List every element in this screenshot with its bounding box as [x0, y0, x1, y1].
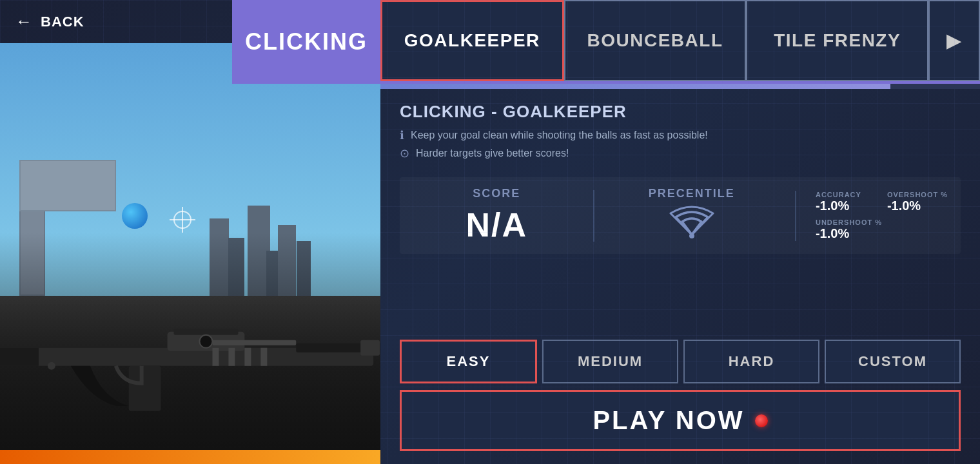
- game-title: CLICKING - GOALKEEPER: [400, 102, 961, 122]
- undershoot-label: UNDERSHOOT %: [816, 218, 882, 226]
- play-now-red-dot: [755, 414, 768, 427]
- svg-rect-9: [360, 340, 380, 356]
- game-preview: [0, 43, 380, 464]
- weapon-svg: [0, 271, 380, 464]
- svg-point-4: [199, 335, 212, 348]
- overshoot-value: -1.0%: [887, 198, 921, 213]
- svg-rect-10: [212, 348, 219, 366]
- svg-point-14: [48, 362, 55, 370]
- desc-line-1: ℹ Keep your goal clean while shooting th…: [400, 128, 961, 142]
- percentile-stat: PRECENTILE: [607, 187, 775, 244]
- svg-rect-13: [260, 348, 267, 366]
- svg-rect-12: [244, 348, 251, 366]
- right-panel: GOALKEEPER BOUNCEBALL TILE FRENZY ▶ CLIC…: [380, 0, 980, 464]
- overshoot-stat: OVERSHOOT % -1.0%: [887, 191, 948, 213]
- score-stat: SCORE N/A: [413, 187, 580, 244]
- crosshair: [170, 207, 195, 233]
- side-stats: ACCURACY -1.0% OVERSHOOT % -1.0%: [795, 191, 948, 241]
- play-now-label: PLAY NOW: [593, 406, 744, 435]
- accuracy-label: ACCURACY: [816, 191, 861, 198]
- wall-top: [19, 160, 116, 211]
- percentile-icon: [669, 206, 714, 244]
- tab-tile-frenzy[interactable]: TILE FRENZY: [746, 0, 928, 81]
- svg-rect-11: [228, 348, 235, 366]
- percentile-label: PRECENTILE: [649, 187, 735, 200]
- left-panel: ← BACK CLICKING: [0, 0, 380, 464]
- top-tabs: GOALKEEPER BOUNCEBALL TILE FRENZY ▶: [380, 0, 980, 84]
- play-now-button[interactable]: PLAY NOW: [400, 390, 961, 451]
- game-preview-image: [0, 43, 380, 464]
- crosshair-circle: [173, 211, 191, 229]
- difficulty-hard-button[interactable]: HARD: [683, 340, 819, 383]
- desc-line-2: ⊙ Harder targets give better scores!: [400, 146, 961, 160]
- difficulty-custom-button[interactable]: CUSTOM: [825, 340, 961, 383]
- blue-ball: [122, 203, 148, 229]
- svg-rect-3: [174, 329, 239, 335]
- progress-bar-container: [380, 84, 980, 89]
- difficulty-easy-button[interactable]: EASY: [400, 340, 537, 383]
- progress-bar-fill: [380, 84, 890, 89]
- desc-text-2: Harder targets give better scores!: [416, 148, 569, 159]
- tab-extra[interactable]: ▶: [928, 0, 980, 81]
- back-arrow-icon: ←: [15, 12, 33, 32]
- info-icon: ℹ: [400, 128, 404, 142]
- svg-rect-8: [212, 340, 296, 345]
- score-value: N/A: [466, 206, 527, 244]
- undershoot-stat: UNDERSHOOT % -1.0%: [816, 218, 948, 241]
- target-icon: ⊙: [400, 146, 409, 160]
- svg-rect-7: [129, 366, 161, 411]
- accuracy-stat: ACCURACY -1.0%: [816, 191, 861, 213]
- wifi-signal-icon: [669, 206, 714, 244]
- back-button[interactable]: ← BACK: [0, 0, 380, 43]
- stat-divider-1: [593, 190, 594, 242]
- weapon-shape: [0, 279, 380, 464]
- difficulty-row: EASY MEDIUM HARD CUSTOM: [400, 340, 961, 383]
- accuracy-value: -1.0%: [816, 198, 849, 213]
- stats-row: SCORE N/A PRECENTILE: [400, 177, 961, 254]
- difficulty-medium-button[interactable]: MEDIUM: [542, 340, 678, 383]
- back-label: BACK: [41, 14, 84, 30]
- tab-goalkeeper[interactable]: GOALKEEPER: [380, 0, 564, 81]
- side-stats-top-row: ACCURACY -1.0% OVERSHOOT % -1.0%: [816, 191, 948, 213]
- svg-point-15: [689, 233, 694, 238]
- overshoot-label: OVERSHOOT %: [887, 191, 948, 198]
- desc-text-1: Keep your goal clean while shooting the …: [411, 130, 708, 141]
- weapon-overlay: [0, 233, 380, 464]
- svg-marker-5: [0, 348, 39, 400]
- content-area: CLICKING - GOALKEEPER ℹ Keep your goal c…: [380, 89, 980, 464]
- undershoot-value: -1.0%: [816, 226, 849, 241]
- score-label: SCORE: [473, 187, 520, 200]
- spacer: [400, 254, 961, 327]
- orange-bottom-bar: [0, 450, 380, 464]
- main-container: ← BACK CLICKING: [0, 0, 980, 464]
- tab-bounceball[interactable]: BOUNCEBALL: [564, 0, 747, 81]
